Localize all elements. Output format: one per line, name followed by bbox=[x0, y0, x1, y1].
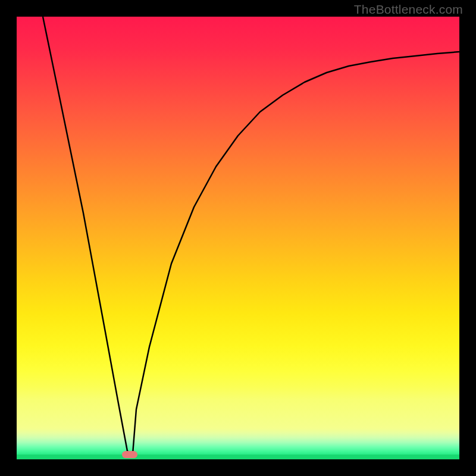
curve-group bbox=[43, 17, 459, 458]
chart-plot-area bbox=[17, 17, 459, 459]
curve-svg bbox=[17, 17, 459, 459]
watermark-text: TheBottleneck.com bbox=[354, 2, 463, 17]
bottleneck-curve-path bbox=[43, 17, 459, 454]
minimum-marker bbox=[122, 451, 137, 458]
